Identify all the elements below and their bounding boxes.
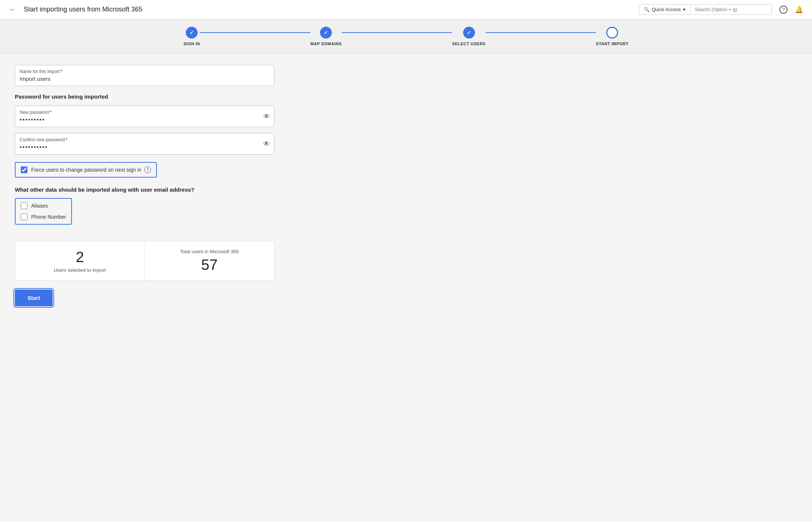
quick-access-label: Quick Access [652, 7, 681, 12]
force-change-row[interactable]: Force users to change password on next s… [15, 162, 157, 178]
aliases-checkbox[interactable] [21, 202, 27, 209]
quick-access-button[interactable]: 🔍 Quick Access ▾ [639, 4, 690, 15]
selected-count: 2 [23, 249, 137, 265]
eye-icon-confirm: 👁 [263, 140, 270, 148]
start-button[interactable]: Start [15, 290, 53, 306]
stats-row: 2 Users selected to import Total users i… [15, 241, 274, 281]
bell-icon: 🔔 [795, 6, 803, 13]
step-circle-map-domains: ✓ [320, 27, 332, 39]
import-name-group: Name for this import* [15, 65, 319, 86]
header-search-area: 🔍 Quick Access ▾ [639, 4, 772, 15]
import-name-input[interactable] [20, 76, 270, 82]
new-password-input[interactable] [20, 116, 259, 123]
step-line-2 [342, 32, 452, 33]
new-password-toggle[interactable]: 👁 [263, 113, 270, 120]
search-input[interactable] [690, 4, 772, 15]
force-change-label: Force users to change password on next s… [31, 166, 151, 173]
total-count: 57 [152, 257, 267, 273]
step-circle-sign-in: ✓ [186, 27, 198, 39]
aliases-label: Aliases [31, 203, 48, 209]
confirm-password-wrapper: Confirm new password* 👁 [15, 133, 274, 155]
step-label-sign-in: SIGN IN [184, 42, 200, 46]
step-select-users: ✓ SELECT USERS [452, 27, 485, 46]
main-content: Name for this import* Password for users… [0, 54, 334, 317]
selected-users-card: 2 Users selected to import [15, 241, 145, 280]
header-icons: ? 🔔 [778, 4, 805, 15]
password-section: Password for users being imported New pa… [15, 93, 319, 155]
confirm-password-toggle[interactable]: 👁 [263, 140, 270, 148]
help-icon: ? [779, 6, 788, 14]
phone-item[interactable]: Phone Number [21, 214, 66, 220]
step-line-3 [486, 32, 596, 33]
stepper: ✓ SIGN IN ✓ MAP DOMAINS ✓ SELECT USERS S… [0, 19, 812, 54]
help-button[interactable]: ? [778, 4, 789, 15]
new-password-wrapper: New password* 👁 [15, 106, 274, 127]
import-name-label: Name for this import* [20, 69, 270, 74]
selected-label: Users selected to import [23, 267, 137, 273]
aliases-item[interactable]: Aliases [21, 202, 66, 209]
step-circle-select-users: ✓ [463, 27, 475, 39]
other-data-section: What other data should be imported along… [15, 186, 319, 234]
step-map-domains: ✓ MAP DOMAINS [310, 27, 342, 46]
phone-checkbox[interactable] [21, 214, 27, 220]
eye-icon: 👁 [263, 113, 270, 120]
notifications-button[interactable]: 🔔 [793, 4, 805, 15]
force-change-help-icon[interactable]: ? [144, 166, 151, 173]
total-label: Total users in Microsoft 365 [152, 249, 267, 254]
quick-access-arrow: ▾ [683, 7, 686, 12]
step-sign-in: ✓ SIGN IN [184, 27, 200, 46]
other-data-label: What other data should be imported along… [15, 186, 319, 193]
page-title: Start importing users from Microsoft 365 [24, 6, 633, 13]
confirm-password-input[interactable] [20, 144, 259, 151]
step-start-import: START IMPORT [596, 27, 628, 46]
password-section-label: Password for users being imported [15, 93, 319, 100]
phone-label: Phone Number [31, 214, 66, 220]
confirm-password-label: Confirm new password* [20, 137, 259, 142]
total-users-card: Total users in Microsoft 365 57 [145, 241, 274, 280]
other-data-checkboxes: Aliases Phone Number [15, 198, 72, 225]
step-line-1 [200, 32, 310, 33]
back-button[interactable]: ← [7, 4, 18, 15]
new-password-label: New password* [20, 110, 259, 115]
app-header: ← Start importing users from Microsoft 3… [0, 0, 812, 19]
step-label-select-users: SELECT USERS [452, 42, 485, 46]
step-label-map-domains: MAP DOMAINS [310, 42, 342, 46]
step-circle-start-import [606, 27, 618, 39]
step-label-start-import: START IMPORT [596, 42, 628, 46]
force-change-checkbox[interactable] [21, 166, 27, 173]
